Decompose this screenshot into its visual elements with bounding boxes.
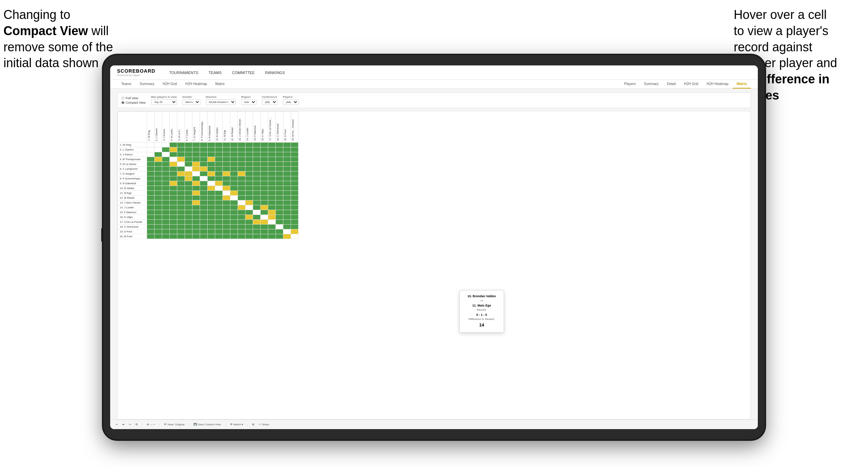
matrix-cell[interactable] bbox=[192, 191, 200, 196]
matrix-cell[interactable] bbox=[245, 181, 253, 186]
nav-committee[interactable]: COMMITTEE bbox=[232, 71, 255, 75]
matrix-cell[interactable] bbox=[230, 215, 238, 220]
matrix-cell[interactable] bbox=[147, 234, 155, 239]
matrix-cell[interactable] bbox=[283, 205, 291, 210]
matrix-cell[interactable] bbox=[253, 200, 261, 205]
nav-tournaments[interactable]: TOURNAMENTS bbox=[169, 71, 198, 75]
matrix-cell[interactable] bbox=[155, 200, 162, 205]
tab-summary[interactable]: Summary bbox=[135, 80, 158, 89]
matrix-cell[interactable] bbox=[192, 205, 200, 210]
matrix-cell[interactable] bbox=[170, 191, 177, 196]
matrix-cell[interactable] bbox=[283, 162, 291, 167]
matrix-cell[interactable] bbox=[155, 225, 162, 229]
matrix-cell[interactable] bbox=[230, 196, 238, 200]
matrix-cell[interactable] bbox=[147, 200, 155, 205]
matrix-cell[interactable] bbox=[276, 210, 283, 215]
matrix-cell[interactable] bbox=[170, 186, 177, 191]
tab-h2h-heatmap2[interactable]: H2H Heatmap bbox=[702, 80, 732, 89]
tab-detail[interactable]: Detail bbox=[663, 80, 680, 89]
matrix-cell[interactable] bbox=[291, 191, 299, 196]
matrix-cell[interactable] bbox=[261, 181, 268, 186]
matrix-cell[interactable] bbox=[276, 157, 283, 162]
matrix-cell[interactable] bbox=[185, 234, 192, 239]
matrix-cell[interactable] bbox=[177, 172, 185, 176]
matrix-cell[interactable] bbox=[185, 186, 192, 191]
matrix-cell[interactable] bbox=[283, 181, 291, 186]
matrix-cell[interactable] bbox=[147, 229, 155, 234]
matrix-cell[interactable] bbox=[177, 176, 185, 181]
matrix-cell[interactable] bbox=[200, 172, 208, 176]
matrix-cell[interactable] bbox=[177, 205, 185, 210]
matrix-cell[interactable] bbox=[238, 176, 245, 181]
matrix-cell[interactable] bbox=[238, 196, 245, 200]
matrix-cell[interactable] bbox=[185, 143, 192, 147]
matrix-cell[interactable] bbox=[223, 172, 230, 176]
matrix-cell[interactable] bbox=[238, 186, 245, 191]
view-original-button[interactable]: 👁 View: Original bbox=[164, 423, 184, 426]
save-custom-button[interactable]: 💾 Save Custom View bbox=[194, 423, 221, 426]
matrix-cell[interactable] bbox=[268, 220, 276, 225]
matrix-cell[interactable] bbox=[200, 186, 208, 191]
matrix-cell[interactable] bbox=[230, 225, 238, 229]
matrix-cell[interactable] bbox=[238, 147, 245, 152]
matrix-cell[interactable] bbox=[276, 196, 283, 200]
matrix-cell[interactable] bbox=[155, 162, 162, 167]
matrix-cell[interactable] bbox=[147, 167, 155, 172]
matrix-cell[interactable] bbox=[200, 196, 208, 200]
matrix-cell[interactable] bbox=[276, 152, 283, 157]
matrix-cell[interactable] bbox=[223, 234, 230, 239]
matrix-cell[interactable] bbox=[185, 215, 192, 220]
tab-summary2[interactable]: Summary bbox=[640, 80, 663, 89]
matrix-cell[interactable] bbox=[170, 167, 177, 172]
matrix-cell[interactable] bbox=[238, 200, 245, 205]
matrix-cell[interactable] bbox=[147, 205, 155, 210]
matrix-cell[interactable] bbox=[253, 205, 261, 210]
matrix-cell[interactable] bbox=[261, 225, 268, 229]
matrix-cell[interactable] bbox=[208, 181, 215, 186]
matrix-cell[interactable] bbox=[185, 176, 192, 181]
matrix-cell[interactable] bbox=[215, 205, 223, 210]
matrix-cell[interactable] bbox=[268, 200, 276, 205]
matrix-cell[interactable] bbox=[291, 186, 299, 191]
matrix-cell[interactable] bbox=[230, 147, 238, 152]
matrix-cell[interactable] bbox=[170, 210, 177, 215]
matrix-cell[interactable] bbox=[192, 147, 200, 152]
matrix-cell[interactable] bbox=[230, 176, 238, 181]
tab-matrix[interactable]: Matrix bbox=[211, 80, 229, 89]
matrix-cell[interactable] bbox=[177, 191, 185, 196]
matrix-cell[interactable] bbox=[261, 215, 268, 220]
matrix-cell[interactable] bbox=[170, 200, 177, 205]
matrix-cell[interactable] bbox=[291, 162, 299, 167]
matrix-cell[interactable] bbox=[215, 215, 223, 220]
matrix-cell[interactable] bbox=[192, 225, 200, 229]
matrix-cell[interactable] bbox=[155, 172, 162, 176]
matrix-cell[interactable] bbox=[276, 176, 283, 181]
matrix-cell[interactable] bbox=[223, 152, 230, 157]
matrix-cell[interactable] bbox=[162, 205, 170, 210]
matrix-cell[interactable] bbox=[245, 215, 253, 220]
matrix-cell[interactable] bbox=[215, 176, 223, 181]
matrix-cell[interactable] bbox=[283, 210, 291, 215]
matrix-cell[interactable] bbox=[291, 176, 299, 181]
matrix-cell[interactable] bbox=[162, 167, 170, 172]
matrix-cell[interactable] bbox=[162, 200, 170, 205]
matrix-cell[interactable] bbox=[192, 167, 200, 172]
matrix-cell[interactable] bbox=[155, 196, 162, 200]
matrix-cell[interactable] bbox=[268, 215, 276, 220]
matrix-cell[interactable] bbox=[291, 172, 299, 176]
matrix-cell[interactable] bbox=[200, 200, 208, 205]
matrix-cell[interactable] bbox=[170, 196, 177, 200]
tab-h2h-grid2[interactable]: H2H Grid bbox=[680, 80, 703, 89]
matrix-cell[interactable] bbox=[230, 172, 238, 176]
matrix-cell[interactable] bbox=[185, 157, 192, 162]
matrix-cell[interactable] bbox=[177, 229, 185, 234]
matrix-cell[interactable] bbox=[200, 215, 208, 220]
gender-select[interactable]: Men's bbox=[182, 99, 200, 105]
matrix-cell[interactable] bbox=[230, 191, 238, 196]
matrix-cell[interactable] bbox=[162, 215, 170, 220]
matrix-cell[interactable] bbox=[208, 210, 215, 215]
matrix-cell[interactable] bbox=[253, 220, 261, 225]
matrix-cell[interactable] bbox=[261, 210, 268, 215]
matrix-cell[interactable] bbox=[253, 186, 261, 191]
matrix-cell[interactable] bbox=[238, 152, 245, 157]
